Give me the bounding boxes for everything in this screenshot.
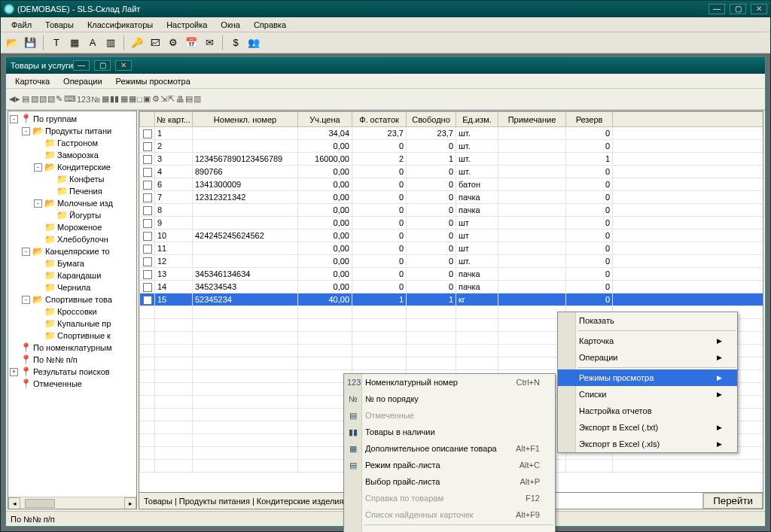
child-toolbar-btn-18[interactable]: ▦ bbox=[129, 94, 136, 104]
users-icon[interactable]: 👥 bbox=[245, 35, 262, 51]
table-row[interactable]: 80,0000пачка0 bbox=[140, 204, 763, 217]
minimize-button[interactable]: — bbox=[709, 4, 725, 14]
column-header[interactable]: Ед.изм. bbox=[456, 112, 498, 127]
tree-node[interactable]: 📁Бумага bbox=[8, 257, 136, 269]
table-row[interactable]: 110,0000шт0 bbox=[140, 242, 763, 255]
tree-node[interactable]: -📂Спортивные това bbox=[8, 293, 136, 306]
table-row[interactable]: 120,0000шт.0 bbox=[140, 255, 763, 268]
child-toolbar-btn-10[interactable]: ⌨ bbox=[64, 94, 76, 104]
ctx-item[interactable]: ▦Дополнительное описание товараAlt+F1 bbox=[344, 440, 555, 457]
tree-node[interactable]: -📂Продукты питани bbox=[8, 125, 136, 137]
tree-node[interactable]: 📁Йогурты bbox=[8, 209, 136, 221]
menu-Настройка[interactable]: Настройка bbox=[160, 19, 213, 31]
child-titlebar[interactable]: Товары и услуги — ▢ ✕ bbox=[6, 57, 765, 74]
tree-node[interactable]: 📍По №№ п/п bbox=[8, 354, 136, 366]
child-toolbar-btn-26[interactable]: 🖶 bbox=[176, 95, 184, 104]
ctx-item[interactable]: Операции▶ bbox=[558, 349, 737, 366]
ctx-item[interactable]: 🗂Карточка товара/услугиCtrl+Enter bbox=[344, 527, 555, 532]
dollar-icon[interactable]: $ bbox=[227, 35, 244, 51]
child-toolbar-btn-11[interactable]: 123 bbox=[77, 95, 90, 104]
column-icon[interactable]: ▥ bbox=[102, 35, 119, 51]
tree-node[interactable]: -📂Канцелярские то bbox=[8, 245, 136, 257]
ctx-item[interactable]: Карточка▶ bbox=[558, 333, 737, 349]
table-row[interactable]: 613413000090,0000батон0 bbox=[140, 178, 763, 191]
context-menu-view-modes[interactable]: 123Номенклатурный номерCtrl+N№№ по поряд… bbox=[343, 373, 556, 532]
column-header[interactable]: Ф. остаток bbox=[352, 112, 407, 127]
ctx-item[interactable]: Показать bbox=[558, 312, 737, 329]
text-color-icon[interactable]: A bbox=[84, 35, 101, 51]
ctx-item[interactable]: 123Номенклатурный номерCtrl+N bbox=[344, 374, 555, 391]
table-row[interactable]: 7123123213420,0000пачка0 bbox=[140, 191, 763, 204]
app-titlebar[interactable]: (DEMOBASE) - SLS-Склад Лайт — ▢ ✕ bbox=[1, 1, 770, 17]
child-toolbar-btn-1[interactable]: ▸ bbox=[16, 94, 20, 104]
child-toolbar-btn-23[interactable]: ⇲ bbox=[160, 94, 167, 104]
table-row[interactable]: 134,0423,723,7шт.0 bbox=[140, 127, 763, 140]
table-row[interactable]: 143452345430,0000пачка0 bbox=[140, 281, 763, 293]
table-row[interactable]: 3123456789012345678916000,0021шт.1 bbox=[140, 153, 763, 166]
child-toolbar-btn-24[interactable]: ⇱ bbox=[168, 94, 175, 104]
child-toolbar-btn-3[interactable]: ▤ bbox=[22, 94, 29, 104]
calendar-icon[interactable]: 📅 bbox=[183, 35, 200, 51]
chart-icon[interactable]: 🗠 bbox=[147, 35, 163, 51]
tree[interactable]: -📍По группам-📂Продукты питани📁Гастроном📁… bbox=[8, 111, 136, 497]
column-header[interactable] bbox=[140, 112, 155, 127]
close-button[interactable]: ✕ bbox=[751, 4, 767, 14]
child-maximize-button[interactable]: ▢ bbox=[94, 60, 111, 71]
table-row[interactable]: 20,0000шт.0 bbox=[140, 140, 763, 153]
menu-Справка[interactable]: Справка bbox=[248, 19, 292, 31]
context-menu-main[interactable]: ПоказатьКарточка▶Операции▶Режимы просмот… bbox=[557, 312, 738, 453]
table-row[interactable]: 155234523440,0011кг0 bbox=[140, 293, 763, 306]
child-toolbar-btn-27[interactable]: ▤ bbox=[185, 94, 193, 104]
tree-node[interactable]: 📁Карандаши bbox=[8, 269, 136, 281]
tree-node[interactable]: 📁Чернила bbox=[8, 281, 136, 293]
child-toolbar-btn-19[interactable]: □ bbox=[137, 95, 142, 104]
column-header[interactable]: Уч.цена bbox=[298, 112, 352, 127]
child-toolbar-btn-14[interactable]: ▦ bbox=[102, 94, 109, 104]
menu-Окна[interactable]: Окна bbox=[215, 19, 246, 31]
child-minimize-button[interactable]: — bbox=[73, 60, 90, 71]
menu-Товары[interactable]: Товары bbox=[39, 19, 80, 31]
table-row[interactable]: 133453461346340,0000пачка0 bbox=[140, 268, 763, 281]
folder-open-icon[interactable]: 📂 bbox=[4, 35, 20, 51]
tree-node[interactable]: -📍По группам bbox=[8, 113, 136, 125]
menu-Классификаторы[interactable]: Классификаторы bbox=[81, 19, 159, 31]
child-toolbar-btn-17[interactable]: ▦ bbox=[120, 94, 128, 104]
child-toolbar-btn-8[interactable]: ✎ bbox=[56, 94, 62, 104]
child-menu-Операции[interactable]: Операции bbox=[57, 75, 108, 87]
tree-node[interactable]: 📁Купальные пр bbox=[8, 318, 136, 330]
ctx-item[interactable]: Экспорт в Excel (.xls)▶ bbox=[558, 436, 737, 452]
tree-node[interactable]: 📁Гастроном bbox=[8, 137, 136, 149]
column-header[interactable]: Номенкл. номер bbox=[193, 112, 298, 127]
column-header[interactable] bbox=[613, 112, 763, 127]
ctx-item[interactable]: ▤Режим прайс-листаAlt+C bbox=[344, 457, 555, 473]
column-header[interactable]: № карт... bbox=[155, 112, 193, 127]
table-row[interactable]: 104242452456245620,0000шт0 bbox=[140, 230, 763, 242]
tree-hscrollbar[interactable]: ◂ ▸ bbox=[8, 497, 136, 509]
ctx-item[interactable]: Списки▶ bbox=[558, 386, 737, 403]
ctx-item[interactable]: Режимы просмотра▶ bbox=[558, 369, 737, 386]
tree-node[interactable]: +📍Результаты поисков bbox=[8, 366, 136, 378]
column-header[interactable]: Резерв bbox=[566, 112, 613, 127]
column-header[interactable]: Примечание bbox=[498, 112, 566, 127]
column-header[interactable]: Свободно bbox=[407, 112, 456, 127]
ctx-item[interactable]: Настройка отчетов bbox=[558, 403, 737, 419]
table-row[interactable]: 48907660,0000шт.0 bbox=[140, 166, 763, 178]
table-row[interactable]: 90,0000шт0 bbox=[140, 217, 763, 230]
scroll-right-arrow[interactable]: ▸ bbox=[124, 497, 136, 509]
ctx-item[interactable]: Выбор прайс-листаAlt+P bbox=[344, 473, 555, 490]
tree-node[interactable]: 📁Спортивные к bbox=[8, 330, 136, 342]
child-toolbar-btn-20[interactable]: ▣ bbox=[143, 94, 151, 104]
child-toolbar-btn-0[interactable]: ◀ bbox=[9, 94, 15, 104]
child-menu-Режимы просмотра[interactable]: Режимы просмотра bbox=[110, 75, 197, 87]
tree-node[interactable]: 📁Заморозка bbox=[8, 149, 136, 161]
settings-icon[interactable]: ⚙ bbox=[165, 35, 181, 51]
child-toolbar-btn-7[interactable]: ▧ bbox=[47, 94, 55, 104]
go-button[interactable]: Перейти bbox=[703, 493, 763, 509]
tree-node[interactable]: -📂Кондитерские bbox=[8, 161, 136, 173]
child-close-button[interactable]: ✕ bbox=[115, 60, 132, 71]
tree-node[interactable]: -📂Молочные изд bbox=[8, 197, 136, 209]
email-icon[interactable]: ✉ bbox=[201, 35, 218, 51]
tree-node[interactable]: 📍Отмеченные bbox=[8, 378, 136, 390]
tree-node[interactable]: 📁Кроссовки bbox=[8, 306, 136, 318]
ctx-item[interactable]: №№ по порядку bbox=[344, 391, 555, 407]
